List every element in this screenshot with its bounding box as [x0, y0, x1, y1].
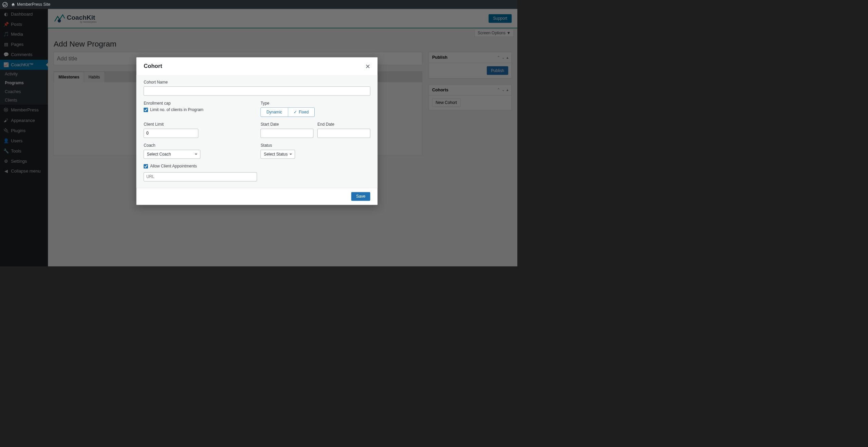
allow-appts-row[interactable]: Allow Client Appointments [144, 164, 370, 169]
admin-bar: MemberPress Site [0, 0, 517, 9]
home-icon [11, 2, 15, 7]
type-toggle: Dynamic ✓Fixed [261, 107, 315, 117]
start-date-input[interactable] [261, 129, 314, 138]
modal-header: Cohort ✕ [136, 57, 377, 70]
cohort-modal: Cohort ✕ Cohort Name Enrollment cap Limi… [136, 57, 377, 205]
coach-select[interactable]: Select Coach [144, 150, 200, 159]
type-fixed-button[interactable]: ✓Fixed [288, 108, 314, 117]
site-name: MemberPress Site [17, 2, 50, 7]
start-date-label: Start Date [261, 122, 314, 127]
allow-appts-checkbox[interactable] [144, 164, 148, 168]
limit-checkbox-row[interactable]: Limit no. of clients in Program [144, 107, 253, 112]
close-icon: ✕ [365, 63, 370, 70]
status-label: Status [261, 143, 370, 148]
wp-logo-icon[interactable] [2, 2, 7, 7]
save-button[interactable]: Save [351, 192, 370, 201]
cohort-name-input[interactable] [144, 86, 370, 95]
close-button[interactable]: ✕ [365, 63, 370, 70]
modal-title: Cohort [144, 63, 162, 69]
coach-label: Coach [144, 143, 253, 148]
client-limit-input[interactable] [144, 129, 198, 138]
limit-checkbox[interactable] [144, 108, 148, 112]
site-link[interactable]: MemberPress Site [11, 2, 50, 7]
check-icon: ✓ [294, 110, 297, 114]
end-date-input[interactable] [317, 129, 370, 138]
modal-body: Cohort Name Enrollment cap Limit no. of … [136, 75, 377, 188]
modal-footer: Save [136, 188, 377, 205]
type-label: Type [261, 101, 370, 106]
allow-appts-label: Allow Client Appointments [150, 164, 197, 169]
type-dynamic-button[interactable]: Dynamic [261, 108, 288, 117]
status-select[interactable]: Select Status [261, 150, 295, 159]
limit-checkbox-label: Limit no. of clients in Program [150, 107, 203, 112]
cohort-name-label: Cohort Name [144, 80, 370, 85]
end-date-label: End Date [317, 122, 370, 127]
url-input[interactable] [144, 172, 257, 181]
enrollment-cap-label: Enrollment cap [144, 101, 253, 106]
client-limit-label: Client Limit [144, 122, 253, 127]
